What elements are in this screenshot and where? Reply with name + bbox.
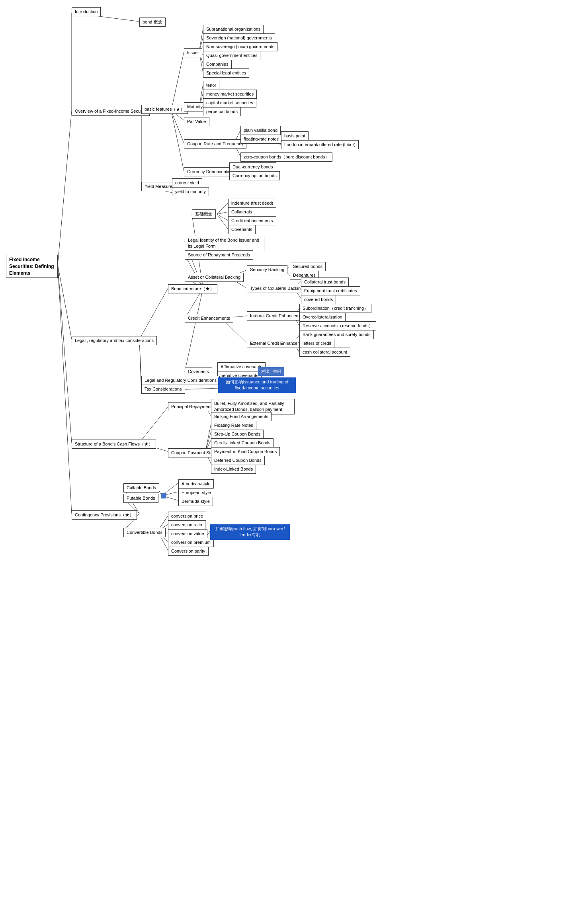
node-companies: Companies — [203, 60, 232, 69]
node-callable-bonds: Callable Bonds — [123, 483, 159, 492]
svg-line-34 — [217, 203, 228, 214]
svg-line-37 — [217, 214, 228, 229]
node-reserve-accounts: Reserve accounts（reserve funds） — [299, 321, 376, 330]
node-special-legal: Special legal entities — [203, 68, 249, 78]
svg-line-35 — [217, 212, 228, 214]
svg-line-10 — [171, 111, 184, 143]
svg-line-2 — [58, 265, 72, 443]
node-collateral-trust: Collateral trust bonds — [301, 278, 349, 287]
node-basis-point: basis point — [281, 131, 309, 141]
node-legal-reg-consider: Legal and Regulatory Considerations — [141, 376, 220, 385]
svg-line-69 — [205, 424, 211, 451]
node-putable-bonds: Putable Bonds — [123, 494, 158, 503]
node-maturity: Maturity — [184, 102, 206, 111]
node-introduction: Introduction — [72, 7, 101, 16]
node-money-market: money market securities — [203, 90, 257, 99]
node-tax-consider: Tax Considerations — [141, 385, 185, 394]
svg-line-11 — [171, 111, 184, 171]
node-par-value: Par Value — [184, 117, 209, 126]
node-perpetual: perpetual bonds — [203, 107, 241, 116]
svg-line-32 — [139, 288, 168, 339]
node-current-yield: current yield — [172, 178, 202, 188]
node-bond-gaishu: bond 概念 — [139, 18, 166, 27]
node-deferred-coupon: Deferred Coupon Bonds — [211, 456, 265, 465]
node-subordination: Subordination（credit tranching） — [299, 304, 371, 313]
node-secured-bonds: Secured bonds — [290, 262, 326, 271]
node-currency-denom: Currency Denomination — [184, 167, 236, 176]
node-asset-collateral: Asset or Collateral Backing — [185, 273, 244, 282]
node-overcollateral: Overcollateralization — [299, 313, 346, 322]
node-seniority-ranking: Seniority Ranking — [247, 265, 287, 274]
node-source-repayment: Source of Repayment Proceeds — [185, 250, 253, 260]
node-zero-coupon: zero-coupon bonds（pure discount bonds） — [240, 152, 332, 162]
blue-square-indicator — [161, 493, 166, 498]
node-bermuda-style: Bermuda-style — [178, 497, 213, 506]
node-indenture: indenture (trust deed) — [228, 199, 276, 208]
svg-line-39 — [185, 255, 203, 288]
node-cash-collateral: cash collateral account — [299, 348, 350, 357]
node-step-up: Step-Up Coupon Bonds — [211, 430, 264, 439]
svg-line-65 — [139, 407, 168, 443]
node-conversion-ratio: conversion ratio — [168, 520, 205, 530]
node-structure-cashflows: Structure of a Bond's Cash Flows（★） — [72, 440, 156, 449]
node-london: London interbank offered rate (Libor) — [281, 140, 359, 149]
node-covenants-main: Covenants — [185, 367, 212, 376]
svg-line-36 — [217, 214, 228, 221]
svg-line-3 — [58, 265, 72, 514]
node-legal-identity: Legal Identity of the Bond Issuer and it… — [185, 236, 264, 251]
node-coupon-rate: Coupon Rate and Frequency — [184, 139, 246, 149]
node-issuer: Issuer — [184, 48, 202, 57]
node-supranational: Supranational organizations — [203, 25, 264, 34]
node-letters-credit: letters of credit — [299, 339, 334, 348]
node-quasi: Quasi-government entities — [203, 51, 260, 60]
node-conversion-value: conversion value — [168, 529, 207, 538]
node-dual-currency: Dual-currency bonds — [229, 162, 276, 172]
node-credit-linked: Credit-Linked Coupon Bonds — [211, 438, 273, 448]
node-types-collateral: Types of Collateral Backing — [247, 284, 306, 293]
node-duibi: 对比、举例 — [258, 367, 284, 376]
node-kisochishiki: 基础概念 — [192, 209, 216, 219]
node-bank-guarantees: Bank guarantees and surety bonds — [299, 330, 374, 339]
node-covered-bonds: covered bonds — [301, 295, 336, 304]
node-payment-kind: Payment-in-Kind Coupon Bonds — [211, 447, 280, 456]
node-floating-notes: Floating-Rate Notes — [211, 421, 256, 430]
node-bond-indenture: Bond indenture（★） — [168, 284, 217, 293]
node-how-issuance: 如何影响issuance and trading of fixed-income… — [218, 377, 296, 393]
node-american-style: American-style — [178, 479, 214, 489]
node-european-style: European-style — [178, 488, 214, 497]
node-overview: Overview of a Fixed-Income Security — [72, 107, 150, 116]
node-legal-reg: Legal , regulatory and tax consideration… — [72, 336, 157, 345]
node-index-linked: Index-Linked Bonds — [211, 465, 256, 474]
root-node: Fixed Income Securities: Defining Elemen… — [6, 255, 58, 278]
node-tenor: tenor — [203, 81, 219, 90]
node-plain-vanilla: plain vanilla bond — [240, 126, 281, 135]
node-collaterals: Collaterals — [228, 207, 255, 217]
svg-line-1 — [58, 265, 72, 339]
node-equipment-trust: Equipment trust certificates — [301, 286, 360, 295]
svg-line-61 — [139, 339, 141, 381]
node-yield-to-maturity: yield to maturity — [172, 187, 209, 196]
node-how-cashflow: 如何影响cash flow, 如何对borrower/ lender有利 — [210, 524, 290, 540]
node-non-sovereign: Non-sovereign (local) governments — [203, 42, 277, 51]
svg-line-42 — [185, 288, 203, 372]
node-conversion-price: conversion price — [168, 512, 206, 521]
node-floating-rate: floating-rate notes — [240, 135, 282, 144]
node-currency-option: Currency option bonds — [229, 171, 280, 180]
node-capital-market: capital market securities — [203, 98, 256, 107]
node-contingency: Contingency Provisions（★） — [72, 510, 137, 520]
node-covenants-basic: Covenants — [228, 225, 256, 234]
node-credit-enhancements: Credit Enhancements — [185, 314, 233, 323]
node-conversion-premium: conversion premium — [168, 538, 214, 547]
node-sinking-fund: Sinking Fund Arrangements — [211, 412, 272, 421]
node-convertible-bonds: Convertible Bonds — [123, 528, 166, 537]
mindmap-container: Fixed Income Securities: Defining Elemen… — [0, 0, 588, 899]
svg-line-7 — [171, 52, 184, 111]
node-credit-enhancements-basic: Credit enhancements — [228, 216, 276, 225]
node-basic-features: basic features（★） — [141, 105, 188, 114]
node-sovereign: Sovereign (national) governments — [203, 33, 275, 43]
node-conversion-parity: Conversion parity — [168, 547, 209, 556]
svg-line-0 — [58, 111, 72, 265]
